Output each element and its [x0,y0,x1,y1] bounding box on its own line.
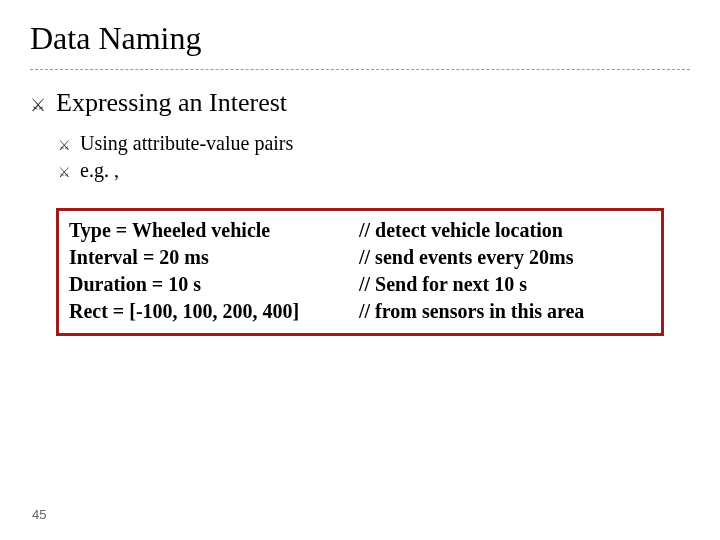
page-number: 45 [32,507,46,522]
slide-title: Data Naming [30,20,690,57]
example-row: Duration = 10 s // Send for next 10 s [69,271,651,298]
bullet-icon: ⚔ [58,164,80,180]
example-row: Type = Wheeled vehicle // detect vehicle… [69,217,651,244]
bullet-level-2-text: Using attribute-value pairs [80,132,293,155]
divider [30,69,690,70]
bullet-level-1-text: Expressing an Interest [56,88,287,118]
example-attr: Duration = 10 s [69,271,359,298]
example-comment: // from sensors in this area [359,298,584,325]
example-box: Type = Wheeled vehicle // detect vehicle… [56,208,664,336]
example-comment: // send events every 20ms [359,244,573,271]
example-comment: // detect vehicle location [359,217,563,244]
bullet-icon: ⚔ [58,137,80,153]
bullet-level-2-group: ⚔ Using attribute-value pairs ⚔ e.g. , [30,132,690,182]
slide: Data Naming ⚔ Expressing an Interest ⚔ U… [0,0,720,540]
example-row: Rect = [-100, 100, 200, 400] // from sen… [69,298,651,325]
bullet-level-2: ⚔ e.g. , [58,159,690,182]
example-row: Interval = 20 ms // send events every 20… [69,244,651,271]
example-attr: Rect = [-100, 100, 200, 400] [69,298,359,325]
example-attr: Type = Wheeled vehicle [69,217,359,244]
bullet-icon: ⚔ [30,94,56,116]
example-comment: // Send for next 10 s [359,271,527,298]
bullet-level-2-text: e.g. , [80,159,119,182]
bullet-level-1: ⚔ Expressing an Interest [30,88,690,118]
example-attr: Interval = 20 ms [69,244,359,271]
bullet-level-2: ⚔ Using attribute-value pairs [58,132,690,155]
